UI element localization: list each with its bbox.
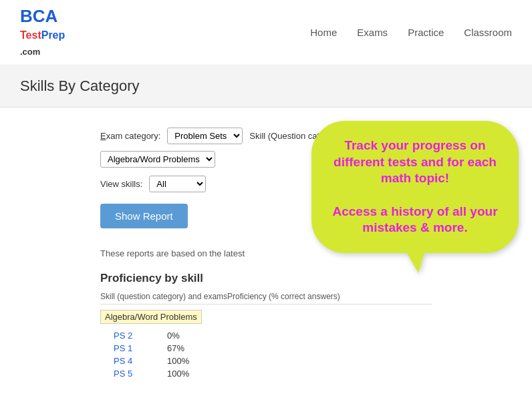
skill-select[interactable]: Algebra/Word Problems All Skills Arithme… bbox=[100, 151, 215, 168]
skill-row-1: PS 1 67% bbox=[100, 342, 432, 355]
main-nav: Home Exams Practice Classroom bbox=[310, 27, 512, 38]
skill-pct-0: 0% bbox=[167, 331, 180, 341]
nav-practice[interactable]: Practice bbox=[408, 27, 444, 38]
show-report-button[interactable]: Show Report bbox=[100, 204, 188, 228]
skill-name-1[interactable]: PS 1 bbox=[114, 343, 167, 353]
logo-prep: Prep bbox=[41, 29, 65, 41]
main-content: Track your progress on different tests a… bbox=[0, 108, 532, 400]
skill-name-0[interactable]: PS 2 bbox=[114, 331, 167, 341]
skill-row-0: PS 2 0% bbox=[100, 329, 432, 342]
skill-row-3: PS 5 100% bbox=[100, 367, 432, 380]
exam-label-initial: E bbox=[100, 131, 106, 141]
category-label: Algebra/Word Problems bbox=[100, 310, 202, 324]
page-title: Skills By Category bbox=[20, 77, 512, 95]
skill-name-2[interactable]: PS 4 bbox=[114, 356, 167, 366]
skill-row-2: PS 4 100% bbox=[100, 355, 432, 367]
logo-com: .com bbox=[20, 47, 40, 57]
nav-exams[interactable]: Exams bbox=[357, 27, 388, 38]
tooltip-bubble: Track your progress on different tests a… bbox=[311, 121, 519, 253]
logo-bca: BCA bbox=[20, 6, 57, 26]
table-header: Skill (question category) and examsProfi… bbox=[100, 292, 432, 304]
exam-category-select[interactable]: Problem Sets Algebra Geometry bbox=[167, 128, 243, 144]
view-skills-select[interactable]: All Correct Incorrect bbox=[149, 176, 206, 192]
page-title-bar: Skills By Category bbox=[0, 65, 532, 108]
view-skills-label: View skills: bbox=[100, 179, 142, 189]
tooltip-line1: Track your progress on different tests a… bbox=[334, 138, 497, 185]
skill-pct-1: 67% bbox=[167, 343, 184, 353]
header: BCA TestPrep .com Home Exams Practice Cl… bbox=[0, 0, 532, 65]
logo-text: BCA TestPrep .com bbox=[20, 7, 65, 58]
skill-name-3[interactable]: PS 5 bbox=[114, 369, 167, 379]
proficiency-title: Proficiency by skill bbox=[100, 272, 432, 285]
nav-classroom[interactable]: Classroom bbox=[464, 27, 512, 38]
skill-pct-3: 100% bbox=[167, 369, 189, 379]
nav-home[interactable]: Home bbox=[310, 27, 337, 38]
skill-pct-2: 100% bbox=[167, 356, 189, 366]
exam-category-label: Exam category: bbox=[100, 131, 160, 141]
tooltip-line2: Access a history of all your mistakes & … bbox=[332, 204, 497, 235]
proficiency-section: Proficiency by skill Skill (question cat… bbox=[100, 272, 432, 380]
category-row: Algebra/Word Problems bbox=[100, 310, 432, 327]
logo-test: Test bbox=[20, 29, 41, 41]
logo: BCA TestPrep .com bbox=[20, 7, 65, 58]
